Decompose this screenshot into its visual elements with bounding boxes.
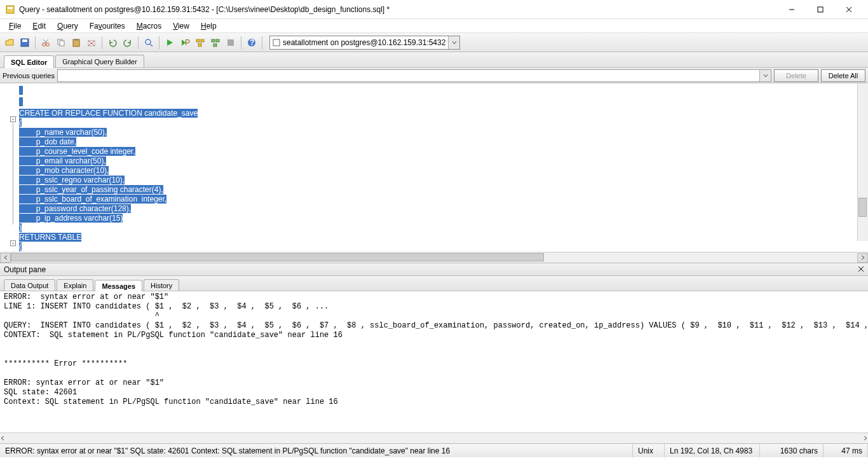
output-hscrollbar[interactable] xyxy=(0,432,868,443)
delete-all-button[interactable]: Delete All xyxy=(821,69,865,82)
editor-line: p_name varchar(50), xyxy=(19,128,868,137)
app-icon xyxy=(5,4,15,15)
editor-line: p_email varchar(50), xyxy=(19,156,868,166)
output-pane-title: Output pane xyxy=(0,263,868,276)
explain-icon[interactable] xyxy=(193,36,207,50)
editor-line: ( xyxy=(19,242,868,252)
menu-bar: File Edit Query Favourites Macros View H… xyxy=(0,19,868,33)
editor-line: p_dob date, xyxy=(19,137,868,147)
menu-view[interactable]: View xyxy=(168,20,194,32)
editor-vscrollbar[interactable] xyxy=(857,83,868,241)
close-button[interactable] xyxy=(834,1,863,18)
tab-sql-editor[interactable]: SQL Editor xyxy=(4,55,54,68)
svg-rect-23 xyxy=(201,39,204,42)
menu-help[interactable]: Help xyxy=(196,20,222,32)
status-time: 47 ms xyxy=(824,444,868,457)
previous-queries-combo[interactable] xyxy=(57,69,771,82)
maximize-button[interactable] xyxy=(806,1,834,18)
svg-text:PG: PG xyxy=(185,38,190,47)
previous-queries-bar: Previous queries Delete Delete All xyxy=(0,68,868,83)
status-position: Ln 192, Col 18, Ch 4983 xyxy=(665,444,760,457)
output-pane-label: Output pane xyxy=(4,265,46,274)
help-icon[interactable]: ? xyxy=(245,36,259,50)
tab-messages[interactable]: Messages xyxy=(95,280,142,291)
scroll-right-icon[interactable] xyxy=(863,434,868,443)
svg-rect-22 xyxy=(196,39,200,42)
sql-editor-wrap: − − CREATE OR REPLACE FUNCTION candidate… xyxy=(0,83,868,263)
editor-line: p_course_level_code integer, xyxy=(19,147,868,156)
svg-point-19 xyxy=(146,39,151,45)
svg-text:?: ? xyxy=(250,38,254,47)
editor-line: p_password character(128), xyxy=(19,204,868,214)
undo-icon[interactable] xyxy=(105,36,119,50)
chevron-down-icon[interactable] xyxy=(759,70,771,81)
editor-line: ) xyxy=(19,223,868,233)
cancel-icon[interactable] xyxy=(224,36,238,50)
cut-icon[interactable] xyxy=(39,36,53,50)
copy-icon[interactable] xyxy=(54,36,68,50)
editor-line: p_sslc_year_of_passing character(4), xyxy=(19,185,868,195)
save-icon[interactable] xyxy=(18,36,32,50)
database-selector[interactable]: seatallotment on postgres@10.162.159.31:… xyxy=(269,36,460,50)
scroll-thumb[interactable] xyxy=(858,198,867,217)
sql-editor[interactable]: − − CREATE OR REPLACE FUNCTION candidate… xyxy=(0,83,868,252)
svg-rect-30 xyxy=(227,39,234,46)
delete-button[interactable]: Delete xyxy=(774,69,818,82)
tab-explain[interactable]: Explain xyxy=(57,279,93,291)
scroll-thumb[interactable] xyxy=(5,434,837,443)
scroll-thumb[interactable] xyxy=(11,253,544,261)
output-tabstrip: Data Output Explain Messages History xyxy=(0,276,868,291)
menu-edit[interactable]: Edit xyxy=(27,20,51,32)
svg-rect-33 xyxy=(273,39,280,46)
redo-icon[interactable] xyxy=(121,36,135,50)
paste-icon[interactable] xyxy=(69,36,83,50)
execute-icon[interactable] xyxy=(163,36,177,50)
editor-line: p_sslc_regno varchar(10), xyxy=(19,176,868,185)
status-message: ERROR: syntax error at or near "$1" SQL … xyxy=(0,444,633,457)
database-selector-label: seatallotment on postgres@10.162.159.31:… xyxy=(283,38,445,47)
editor-hscrollbar[interactable] xyxy=(0,252,868,263)
editor-line: p_mob character(10), xyxy=(19,166,868,176)
editor-line: ( xyxy=(19,118,868,128)
svg-rect-7 xyxy=(22,39,27,42)
svg-rect-1 xyxy=(8,7,13,9)
editor-line: RETURNS TABLE xyxy=(19,233,868,242)
window-title: Query - seatallotment on postgres@10.162… xyxy=(19,5,777,14)
explain-analyze-icon[interactable] xyxy=(208,36,222,50)
clear-icon[interactable] xyxy=(85,36,98,50)
svg-rect-3 xyxy=(818,7,823,12)
editor-line: p_sslc_board_of_examination integer, xyxy=(19,195,868,204)
status-chars: 1630 chars xyxy=(760,444,824,457)
tab-history[interactable]: History xyxy=(144,279,179,291)
svg-rect-29 xyxy=(214,44,217,46)
open-icon[interactable] xyxy=(3,36,17,50)
menu-file[interactable]: File xyxy=(4,20,26,32)
toolbar: PG ? seatallotment on postgres@10.162.15… xyxy=(0,33,868,52)
scroll-right-icon[interactable] xyxy=(857,253,868,263)
messages-output[interactable]: ERROR: syntax error at or near "$1" LINE… xyxy=(0,291,868,432)
svg-rect-0 xyxy=(6,6,14,13)
chevron-down-icon[interactable] xyxy=(448,36,459,49)
minimize-button[interactable] xyxy=(777,1,806,18)
scroll-left-icon[interactable] xyxy=(0,434,5,443)
scroll-left-icon[interactable] xyxy=(0,253,11,263)
tab-graphical-query-builder[interactable]: Graphical Query Builder xyxy=(55,55,144,67)
execute-pgscript-icon[interactable]: PG xyxy=(178,36,192,50)
svg-rect-27 xyxy=(212,39,215,42)
status-bar: ERROR: syntax error at or near "$1" SQL … xyxy=(0,443,868,457)
close-icon[interactable] xyxy=(858,265,864,274)
title-bar: Query - seatallotment on postgres@10.162… xyxy=(0,0,868,19)
editor-line xyxy=(19,97,868,109)
editor-line: CREATE OR REPLACE FUNCTION candidate_sav… xyxy=(19,109,868,118)
svg-rect-15 xyxy=(75,39,78,41)
menu-query[interactable]: Query xyxy=(52,20,83,32)
editor-line xyxy=(19,86,868,97)
svg-line-20 xyxy=(150,44,153,46)
svg-rect-13 xyxy=(60,41,64,46)
tab-data-output[interactable]: Data Output xyxy=(4,279,55,291)
menu-macros[interactable]: Macros xyxy=(132,20,166,32)
find-icon[interactable] xyxy=(142,36,156,50)
svg-point-8 xyxy=(43,43,46,46)
menu-favourites[interactable]: Favourites xyxy=(85,20,130,32)
previous-queries-label: Previous queries xyxy=(3,72,55,79)
